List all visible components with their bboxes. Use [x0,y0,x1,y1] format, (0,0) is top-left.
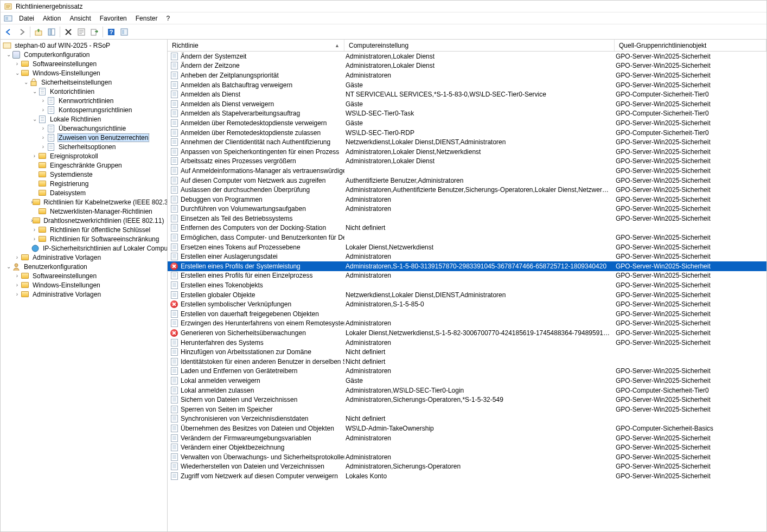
expand-icon[interactable]: › [31,153,38,159]
tree-item[interactable]: › Ereignisprotokoll [1,151,167,161]
list-row[interactable]: Entfernen des Computers von der Docking-… [168,223,766,233]
up-button[interactable] [33,26,44,38]
tree-item[interactable]: IP-Sicherheitsrichtlinien auf Lokaler Co… [1,243,167,253]
tree-item[interactable]: ⌄ Sicherheitseinstellungen [1,78,167,87]
help-button[interactable]: ? [105,26,117,38]
tree-item[interactable]: › Windows-Einstellungen [1,280,167,290]
expand-icon[interactable]: › [40,125,47,131]
expand-icon[interactable]: › [40,144,47,150]
menu-datei[interactable]: Datei [15,14,39,23]
tree-computer-config[interactable]: ⌄ Computerkonfiguration [1,50,167,59]
list-row[interactable]: Synchronisieren von Verzeichnisdienstdat… [168,414,766,424]
list-row[interactable]: Zugriff vom Netzwerk auf diesen Computer… [168,471,766,481]
list-row[interactable]: Sichern von Dateien und VerzeichnissenAd… [168,395,766,405]
refresh-button[interactable] [118,26,130,38]
menu-favoriten[interactable]: Favoriten [95,14,131,23]
list-row[interactable]: Durchführen von VolumewartungsaufgabenAd… [168,204,766,214]
list-row[interactable]: Ändern der SystemzeitAdministratoren,Lok… [168,52,766,61]
expand-icon[interactable]: › [31,236,38,242]
list-row[interactable]: Erstellen symbolischer VerknüpfungenAdmi… [168,299,766,309]
list-row[interactable]: Verwalten von Überwachungs- und Sicherhe… [168,452,766,462]
collapse-icon[interactable]: ⌄ [31,116,38,122]
list-row[interactable]: Anmelden über Remotedesktopdienste verwe… [168,118,766,128]
show-hide-tree-button[interactable] [46,26,57,38]
tree-item[interactable]: › Kennwortrichtlinien [1,96,167,105]
list-row[interactable]: Erstellen eines Profils für einen Einzel… [168,271,766,281]
menu-fenster[interactable]: Fenster [131,14,162,23]
collapse-icon[interactable]: ⌄ [14,70,21,76]
expand-icon[interactable]: › [40,98,47,104]
collapse-icon[interactable]: ⌄ [22,79,29,85]
tree-item[interactable]: › Richtlinien für Kabelnetzwerke (IEEE 8… [1,197,167,207]
tree-item[interactable]: Registrierung [1,179,167,188]
tree-user-rights[interactable]: › Zuweisen von Benutzerrechten [1,133,167,142]
tree-item[interactable]: › Drahtlosnetzwerkrichtlinien (IEEE 802.… [1,216,167,225]
tree-item[interactable]: Dateisystem [1,188,167,197]
properties-button[interactable] [75,26,87,38]
list-row[interactable]: Auf Anmeldeinformations-Manager als vert… [168,166,766,176]
menu-ansicht[interactable]: Ansicht [65,14,95,23]
tree-pane[interactable]: stephan-t0 auf WIN-2025 - RSoP ⌄ Compute… [1,40,168,531]
list-row[interactable]: Verändern einer ObjektbezeichnungGPO-Ser… [168,443,766,452]
tree-item[interactable]: Netzwerklisten-Manager-Richtlinien [1,207,167,216]
list-row[interactable]: Laden und Entfernen von GerätetreibernAd… [168,367,766,376]
tree-item[interactable]: ⌄ Lokale Richtlinien [1,114,167,124]
tree-item[interactable]: ⌄ Windows-Einstellungen [1,68,167,78]
list-row[interactable]: Anmelden als Batchauftrag verweigernGäst… [168,80,766,90]
list-row[interactable]: Arbeitssatz eines Prozesses vergrößernAd… [168,157,766,166]
list-row[interactable]: Identitätstoken für einen anderen Benutz… [168,357,766,367]
menu-hilfe[interactable]: ? [162,14,174,23]
expand-icon[interactable]: › [14,273,21,279]
delete-button[interactable] [62,26,74,38]
list-row[interactable]: Anmelden als DienstNT SERVICE\ALL SERVIC… [168,89,766,99]
back-button[interactable] [3,26,15,38]
list-pane[interactable]: Richtlinie ▲ Computereinstellung Quell-G… [168,40,766,531]
collapse-icon[interactable]: ⌄ [31,88,38,94]
list-row[interactable]: Ändern der ZeitzoneAdministratoren,Lokal… [168,61,766,71]
list-row[interactable]: Annehmen der Clientidentität nach Authen… [168,137,766,147]
expand-icon[interactable]: › [14,282,21,288]
list-row[interactable]: Hinzufügen von Arbeitsstationen zur Domä… [168,347,766,357]
column-header-policy[interactable]: Richtlinie ▲ [168,40,344,51]
tree-item[interactable]: › Kontosperrungsrichtlinien [1,105,167,114]
tree-item[interactable]: › Administrative Vorlagen [1,253,167,262]
tree-item[interactable]: › Sicherheitsoptionen [1,142,167,151]
list-row[interactable]: Übernehmen des Besitzes von Dateien und … [168,424,766,433]
tree-item[interactable]: › Überwachungsrichtlinie [1,124,167,133]
expand-icon[interactable]: › [40,134,47,140]
list-row[interactable]: Verändern der Firmwareumgebungsvariablen… [168,433,766,443]
column-header-setting[interactable]: Computereinstellung [344,40,615,51]
list-row[interactable]: Ermöglichen, dass Computer- und Benutzer… [168,233,766,242]
list-row[interactable]: Anmelden als StapelverarbeitungsauftragW… [168,109,766,119]
list-row[interactable]: Einsetzen als Teil des BetriebssystemsGP… [168,214,766,223]
tree-item[interactable]: Systemdienste [1,170,167,179]
tree-item[interactable]: Eingeschränkte Gruppen [1,161,167,170]
expand-icon[interactable]: › [14,61,21,67]
menu-aktion[interactable]: Aktion [39,14,65,23]
list-row[interactable]: Lokal anmelden zulassenAdministratoren,W… [168,386,766,395]
tree-user-config[interactable]: ⌄ Benutzerkonfiguration [1,262,167,271]
list-row[interactable]: Erstellen einer AuslagerungsdateiAdminis… [168,252,766,261]
list-row[interactable]: Erzwingen des Herunterfahrens von einem … [168,319,766,329]
expand-icon[interactable]: › [40,107,47,113]
tree-item[interactable]: › Softwareeinstellungen [1,59,167,68]
list-row[interactable]: Auslassen der durchsuchenden Überprüfung… [168,185,766,195]
expand-icon[interactable]: › [14,254,21,260]
list-row[interactable]: Ersetzen eines Tokens auf ProzessebeneLo… [168,242,766,252]
forward-button[interactable] [16,26,28,38]
tree-item[interactable]: › Administrative Vorlagen [1,290,167,299]
tree-item[interactable]: › Softwareeinstellungen [1,271,167,280]
tree-item[interactable]: ⌄ Kontorichtlinien [1,87,167,96]
list-row[interactable]: Sperren von Seiten im SpeicherGPO-Server… [168,405,766,414]
list-row[interactable]: Erstellen globaler ObjekteNetzwerkdienst… [168,290,766,300]
collapse-icon[interactable]: ⌄ [5,264,12,270]
tree-item[interactable]: › Richtlinien für Softwareeinschränkung [1,234,167,243]
export-button[interactable] [88,26,100,38]
list-row[interactable]: Anmelden über Remotedesktopdienste zulas… [168,128,766,138]
list-row[interactable]: Debuggen von ProgrammenAdministratorenGP… [168,195,766,204]
column-header-gpo[interactable]: Quell-Gruppenrichtlinienobjekt [615,40,766,51]
list-row[interactable]: Lokal anmelden verweigernGästeGPO-Server… [168,376,766,386]
list-row[interactable]: Erstellen eines TokenobjektsGPO-Server-W… [168,280,766,290]
expand-icon[interactable]: › [31,227,38,233]
list-row[interactable]: Erstellen von dauerhaft freigegebenen Ob… [168,309,766,319]
